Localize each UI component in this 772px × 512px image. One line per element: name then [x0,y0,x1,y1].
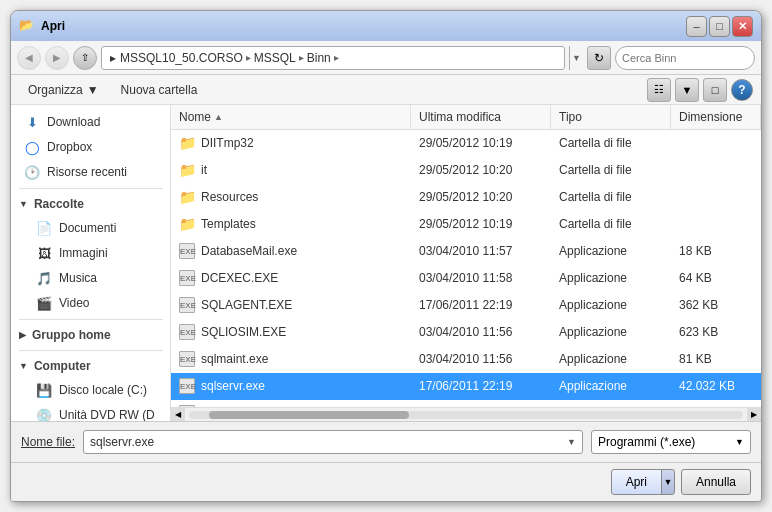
path-segment-2[interactable]: MSSQL [252,51,298,65]
horizontal-scrollbar[interactable]: ◀ ▶ [171,407,761,421]
sidebar-section-raccolte[interactable]: ▼ Raccolte [11,193,171,215]
open-dropdown-button[interactable]: ▼ [661,469,675,495]
file-name: sqlmaint.exe [201,352,268,366]
cell-date: 03/04/2010 11:56 [411,349,551,369]
help-button[interactable]: ? [731,79,753,101]
minimize-button[interactable]: – [686,16,707,37]
file-row[interactable]: EXE SQLIOSIM.EXE 03/04/2010 11:56 Applic… [171,319,761,346]
file-name: DIITmp32 [201,136,254,150]
sidebar-divider-1 [19,188,163,189]
file-type-select[interactable]: Programmi (*.exe) ▼ [591,430,751,454]
cell-name: EXE sqlmaint.exe [171,348,411,370]
path-segment-3[interactable]: Binn [305,51,333,65]
raccolte-arrow-icon: ▼ [19,199,28,209]
documenti-icon: 📄 [35,220,53,236]
maximize-button[interactable]: □ [709,16,730,37]
file-row[interactable]: 📁 Resources 29/05/2012 10:20 Cartella di… [171,184,761,211]
file-row[interactable]: EXE SQLAGENT.EXE 17/06/2011 22:19 Applic… [171,292,761,319]
sidebar-item-disco[interactable]: 💾 Disco locale (C:) [15,378,167,402]
new-folder-button[interactable]: Nuova cartella [112,78,207,102]
file-input-dropdown-icon[interactable]: ▼ [567,437,576,447]
path-arrow-1: ▸ [246,52,251,63]
path-segment-1[interactable]: MSSQL10_50.CORSO [118,51,245,65]
file-row[interactable]: EXE sqlstubss.exe 03/04/2010 11:56 Appli… [171,400,761,407]
file-input[interactable]: sqlservr.exe ▼ [83,430,583,454]
preview-button[interactable]: □ [703,78,727,102]
exe-icon: EXE [179,378,195,394]
dvd-icon: 💿 [35,407,53,421]
address-bar: ◀ ▶ ⇧ ▸ MSSQL10_50.CORSO ▸ MSSQL ▸ Binn … [11,41,761,75]
folder-icon: 📁 [179,189,195,205]
sidebar-item-documenti[interactable]: 📄 Documenti [15,216,167,240]
sidebar-item-label: Disco locale (C:) [59,383,147,397]
refresh-button[interactable]: ↻ [587,46,611,70]
raccolte-label: Raccolte [34,197,84,211]
file-name: DatabaseMail.exe [201,244,297,258]
sidebar-item-dropbox[interactable]: ◯ Dropbox [15,135,167,159]
sidebar-item-recent[interactable]: 🕑 Risorse recenti [15,160,167,184]
sidebar-item-video[interactable]: 🎬 Video [15,291,167,315]
cell-type: Cartella di file [551,133,671,153]
file-type-dropdown-icon[interactable]: ▼ [735,437,744,447]
file-type-value: Programmi (*.exe) [598,435,695,449]
col-header-name[interactable]: Nome ▲ [171,105,411,129]
up-button[interactable]: ⇧ [73,46,97,70]
col-header-date[interactable]: Ultima modifica [411,105,551,129]
path-arrow-3: ▸ [334,52,339,63]
toolbar-right: ☷ ▼ □ ? [647,78,753,102]
file-name: SQLAGENT.EXE [201,298,292,312]
search-input[interactable] [622,52,760,64]
cell-name: 📁 DIITmp32 [171,132,411,154]
file-row[interactable]: EXE DCEXEC.EXE 03/04/2010 11:58 Applicaz… [171,265,761,292]
sidebar-item-immagini[interactable]: 🖼 Immagini [15,241,167,265]
cell-date: 29/05/2012 10:20 [411,187,551,207]
cancel-button[interactable]: Annulla [681,469,751,495]
folder-icon: 📁 [179,135,195,151]
cell-name: 📁 Templates [171,213,411,235]
sidebar-section-computer[interactable]: ▼ Computer [11,355,171,377]
sidebar-divider-3 [19,350,163,351]
computer-arrow-icon: ▼ [19,361,28,371]
forward-button[interactable]: ▶ [45,46,69,70]
sidebar-item-download[interactable]: ⬇ Download [15,110,167,134]
h-scroll-right-button[interactable]: ▶ [747,408,761,422]
file-row[interactable]: 📁 DIITmp32 29/05/2012 10:19 Cartella di … [171,130,761,157]
cell-type: Applicazione [551,322,671,342]
titlebar-icon: 📂 [19,18,35,34]
cell-size: 81 KB [671,349,761,369]
file-row[interactable]: 📁 it 29/05/2012 10:20 Cartella di file [171,157,761,184]
sidebar-section-gruppo[interactable]: ▶ Gruppo home [11,324,171,346]
sidebar-item-dvd[interactable]: 💿 Unità DVD RW (D [15,403,167,421]
open-button[interactable]: Apri [611,469,662,495]
col-header-size[interactable]: Dimensione [671,105,761,129]
file-row[interactable]: EXE sqlmaint.exe 03/04/2010 11:56 Applic… [171,346,761,373]
search-box: 🔍 [615,46,755,70]
cell-name: EXE DatabaseMail.exe [171,240,411,262]
col-header-type[interactable]: Tipo [551,105,671,129]
open-label: Apri [626,475,647,489]
organize-label: Organizza [28,83,83,97]
h-scroll-left-button[interactable]: ◀ [171,408,185,422]
organize-button[interactable]: Organizza ▼ [19,78,108,102]
view-button[interactable]: ☷ [647,78,671,102]
sidebar-item-musica[interactable]: 🎵 Musica [15,266,167,290]
cell-type: Cartella di file [551,214,671,234]
sidebar-item-label: Dropbox [47,140,92,154]
file-row[interactable]: EXE DatabaseMail.exe 03/04/2010 11:57 Ap… [171,238,761,265]
titlebar: 📂 Apri – □ ✕ [11,11,761,41]
folder-icon: 📁 [179,162,195,178]
cell-date: 17/06/2011 22:19 [411,295,551,315]
titlebar-buttons: – □ ✕ [686,16,753,37]
cell-name: EXE SQLIOSIM.EXE [171,321,411,343]
cell-date: 03/04/2010 11:56 [411,322,551,342]
address-path[interactable]: ▸ MSSQL10_50.CORSO ▸ MSSQL ▸ Binn ▸ [101,46,565,70]
cancel-label: Annulla [696,475,736,489]
file-row[interactable]: EXE sqlservr.exe 17/06/2011 22:19 Applic… [171,373,761,400]
file-row[interactable]: 📁 Templates 29/05/2012 10:19 Cartella di… [171,211,761,238]
back-button[interactable]: ◀ [17,46,41,70]
h-scroll-track [189,411,743,419]
close-button[interactable]: ✕ [732,16,753,37]
cell-date: 17/06/2011 22:19 [411,376,551,396]
path-dropdown-button[interactable]: ▼ [569,46,583,70]
view-options-button[interactable]: ▼ [675,78,699,102]
